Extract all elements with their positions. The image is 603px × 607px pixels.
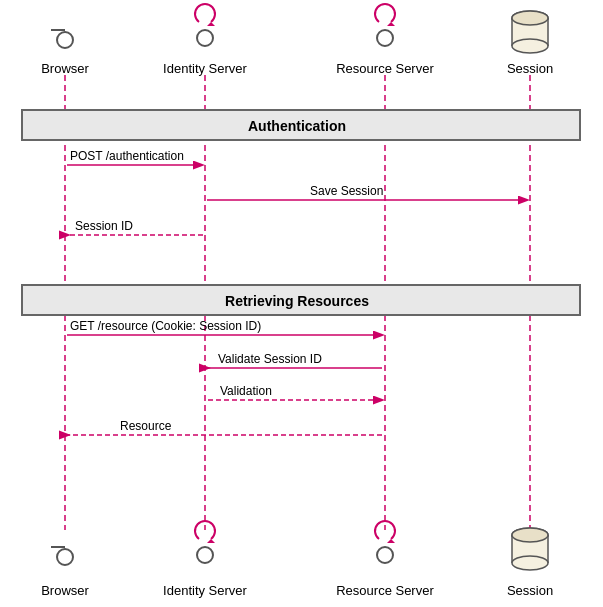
session-top-icon [512,11,548,53]
resource-top-icon [375,4,395,46]
svg-point-17 [377,547,393,563]
resource-bottom-label: Resource Server [336,583,434,598]
browser-top-label: Browser [41,61,89,76]
svg-point-3 [197,30,213,46]
identity-top-label: Identity Server [163,61,247,76]
resource-top-label: Resource Server [336,61,434,76]
msg-validation-label: Validation [220,384,272,398]
svg-point-5 [377,30,393,46]
svg-marker-14 [207,539,215,543]
svg-marker-2 [207,22,215,26]
diagram-svg: Authentication Retrieving Resources POST… [0,0,603,607]
browser-top-icon [51,30,73,48]
resources-section-label: Retrieving Resources [225,293,369,309]
session-bottom-label: Session [507,583,553,598]
auth-section-label: Authentication [248,118,346,134]
browser-bottom-icon [51,547,73,565]
session-bottom-icon [512,528,548,570]
session-top-label: Session [507,61,553,76]
msg-validate-label: Validate Session ID [218,352,322,366]
svg-point-22 [512,556,548,570]
sequence-diagram: Authentication Retrieving Resources POST… [0,0,603,607]
msg-get-resource-label: GET /resource (Cookie: Session ID) [70,319,261,333]
svg-marker-4 [387,22,395,26]
svg-point-10 [512,39,548,53]
identity-bottom-label: Identity Server [163,583,247,598]
identity-top-icon [195,4,215,46]
msg-session-id-label: Session ID [75,219,133,233]
svg-point-11 [512,11,548,25]
svg-point-1 [57,32,73,48]
msg-resource-label: Resource [120,419,172,433]
svg-marker-16 [387,539,395,543]
svg-point-13 [57,549,73,565]
browser-bottom-label: Browser [41,583,89,598]
svg-point-23 [512,528,548,542]
msg-save-session-label: Save Session [310,184,383,198]
svg-point-15 [197,547,213,563]
msg-post-auth-label: POST /authentication [70,149,184,163]
